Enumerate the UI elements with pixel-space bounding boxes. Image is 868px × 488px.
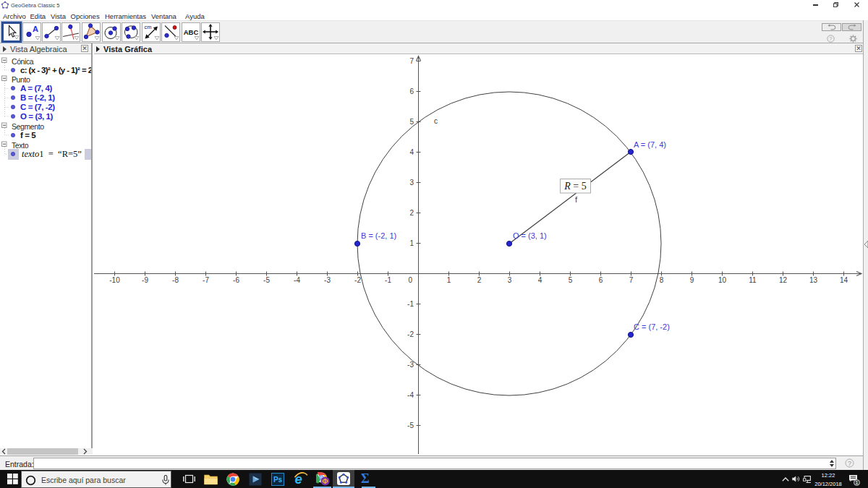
- svg-text:C = (7, -2): C = (7, -2): [634, 322, 670, 331]
- svg-text:1: 1: [856, 480, 859, 485]
- svg-text:c: c: [434, 117, 438, 125]
- svg-text:3: 3: [508, 276, 512, 284]
- svg-text:7: 7: [409, 57, 414, 65]
- svg-text:ABC: ABC: [184, 28, 199, 36]
- svg-text:0: 0: [408, 276, 412, 284]
- svg-text:9: 9: [690, 276, 694, 284]
- svg-text:4: 4: [538, 276, 542, 284]
- svg-text:?: ?: [830, 36, 833, 41]
- svg-text:5: 5: [409, 118, 414, 126]
- svg-text:-4: -4: [407, 391, 414, 399]
- svg-text:14: 14: [840, 276, 848, 284]
- svg-text:Φ: Φ: [322, 477, 328, 485]
- svg-text:12: 12: [779, 276, 788, 284]
- svg-text:O = (3, 1): O = (3, 1): [513, 231, 547, 240]
- svg-text:3: 3: [409, 179, 414, 187]
- svg-text:f: f: [575, 195, 578, 204]
- svg-text:-3: -3: [407, 361, 414, 369]
- svg-text:7: 7: [629, 276, 634, 284]
- svg-text:Ps: Ps: [273, 476, 283, 484]
- svg-text:cm: cm: [145, 24, 152, 30]
- svg-text:2: 2: [409, 209, 414, 217]
- svg-text:2: 2: [477, 276, 482, 284]
- svg-text:4: 4: [409, 148, 414, 156]
- svg-text:-2: -2: [407, 330, 414, 338]
- svg-text:10: 10: [718, 276, 727, 284]
- svg-text:?: ?: [848, 460, 851, 467]
- svg-text:-3: -3: [324, 276, 331, 284]
- svg-text:-6: -6: [233, 276, 239, 284]
- svg-text:13: 13: [809, 276, 818, 284]
- svg-text:-1: -1: [385, 276, 391, 284]
- svg-text:1: 1: [447, 276, 451, 284]
- svg-text:-4: -4: [294, 276, 300, 284]
- svg-text:B = (-2, 1): B = (-2, 1): [361, 231, 396, 240]
- svg-text:-2: -2: [354, 276, 361, 284]
- svg-text:1: 1: [409, 239, 414, 247]
- svg-text:R = 5: R = 5: [563, 181, 586, 192]
- svg-text:A: A: [33, 25, 38, 33]
- svg-text:11: 11: [749, 276, 757, 284]
- svg-text:8: 8: [660, 276, 664, 284]
- svg-text:6: 6: [599, 276, 603, 284]
- svg-text:-5: -5: [407, 421, 414, 429]
- svg-text:-10: -10: [109, 276, 120, 284]
- svg-text:-8: -8: [172, 276, 179, 284]
- svg-text:5: 5: [569, 276, 573, 284]
- svg-text:-9: -9: [142, 276, 148, 284]
- svg-text:A = (7, 4): A = (7, 4): [634, 140, 666, 149]
- svg-text:-1: -1: [407, 300, 414, 308]
- svg-text:-5: -5: [263, 276, 270, 284]
- svg-text:6: 6: [409, 87, 414, 95]
- svg-text:-7: -7: [203, 276, 209, 284]
